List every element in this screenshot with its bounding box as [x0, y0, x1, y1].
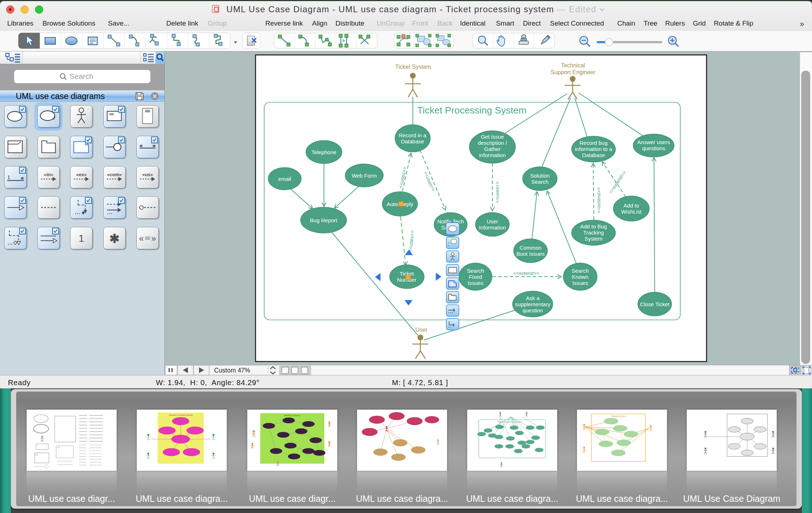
svg-text:Get Issue: Get Issue	[481, 134, 504, 140]
svg-text:System of Goods Selling: System of Goods Selling	[169, 414, 193, 416]
svg-text:<<extend>>: <<extend>>	[513, 271, 539, 276]
svg-text:1: 1	[78, 233, 84, 244]
svg-text:»: »	[151, 233, 156, 243]
svg-text:✱: ✱	[109, 232, 120, 245]
svg-text:Search: Search	[572, 268, 589, 274]
svg-text:Boot Issues: Boot Issues	[516, 251, 545, 257]
svg-text:User: User	[415, 327, 428, 333]
svg-text:«com»: «com»	[107, 172, 122, 177]
svg-text:Search: Search	[531, 179, 549, 185]
svg-text:question: question	[523, 307, 543, 313]
svg-text:Trading System: Trading System	[611, 415, 626, 417]
svg-text:Ticket Processing System: Ticket Processing System	[417, 105, 527, 116]
svg-text:Bug Report: Bug Report	[310, 217, 338, 223]
svg-text:Record bug: Record bug	[579, 140, 608, 146]
svg-text:«us»: «us»	[142, 172, 153, 177]
svg-text:WishList: WishList	[621, 209, 642, 215]
svg-text:Banking System: Banking System	[284, 414, 300, 416]
svg-text:information to a: information to a	[575, 146, 612, 152]
svg-text:Ticket System: Ticket System	[395, 64, 431, 70]
svg-text:Web Form: Web Form	[352, 173, 377, 179]
svg-text:Known: Known	[572, 274, 588, 280]
svg-text:Gather: Gather	[484, 146, 501, 152]
svg-text:Fixed: Fixed	[469, 274, 482, 280]
svg-text:Search: Search	[467, 268, 484, 274]
svg-text:1: 1	[7, 174, 10, 180]
svg-text:System: System	[585, 236, 603, 242]
svg-text:Add to Bug: Add to Bug	[580, 223, 607, 229]
svg-text:Technical: Technical	[561, 62, 585, 68]
svg-text:Information: Information	[479, 224, 506, 231]
svg-text:Telephone: Telephone	[311, 149, 336, 155]
svg-text:Ask a: Ask a	[526, 295, 540, 301]
svg-text:Database: Database	[582, 152, 605, 158]
svg-text:Custom 47%: Custom 47%	[214, 367, 250, 374]
svg-text:uc: uc	[40, 418, 42, 420]
svg-text:Issues: Issues	[468, 280, 483, 286]
svg-text:Common: Common	[520, 245, 542, 251]
svg-text:Solution: Solution	[530, 173, 550, 179]
svg-text:«in»: «in»	[44, 172, 53, 177]
svg-text:Database: Database	[401, 138, 424, 144]
svg-text:email: email	[278, 176, 291, 182]
svg-text:Record in a: Record in a	[399, 132, 427, 138]
svg-text:Support Engineer: Support Engineer	[551, 69, 596, 75]
svg-text:«ex»: «ex»	[76, 172, 87, 177]
svg-text:Add to: Add to	[623, 202, 639, 209]
svg-text:questions: questions	[642, 145, 665, 151]
svg-text:Issues: Issues	[572, 280, 588, 286]
svg-text:Close Ticket: Close Ticket	[640, 301, 670, 307]
svg-text:<<uses>>: <<uses>>	[495, 182, 500, 203]
svg-text:supplementary: supplementary	[515, 301, 551, 307]
svg-text:<<extend>>: <<extend>>	[596, 187, 601, 213]
svg-text:information: information	[479, 152, 506, 158]
svg-text:description /: description /	[478, 140, 508, 146]
svg-text:User: User	[487, 218, 498, 224]
svg-text:Answer users: Answer users	[637, 139, 670, 145]
svg-text:«: «	[139, 233, 144, 243]
svg-text:Tracking: Tracking	[583, 229, 604, 236]
